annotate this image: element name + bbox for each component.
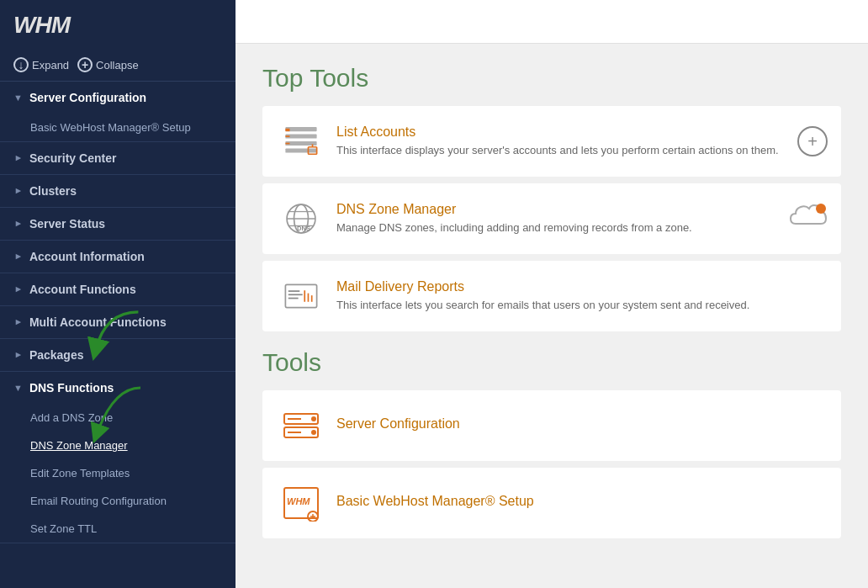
svg-rect-23: [311, 295, 313, 302]
sidebar-item-label: Multi Account Functions: [29, 315, 167, 329]
sidebar-item-label: Server Status: [29, 217, 105, 230]
subitem-label: Basic WebHost Manager® Setup: [30, 121, 191, 134]
collapse-icon: +: [77, 57, 93, 72]
arrow-icon: ▼: [13, 220, 23, 229]
list-accounts-icon: [283, 123, 320, 160]
content-area: Top Tools List Accounts This interf: [236, 44, 868, 565]
nav-section-server-status: ▼ Server Status: [0, 208, 236, 241]
plus-circle-icon[interactable]: +: [797, 126, 828, 156]
nav-section-account-functions: ▼ Account Functions: [0, 273, 236, 306]
subitem-label: Email Routing Configuration: [30, 495, 167, 507]
sidebar-subitem-email-routing-config[interactable]: Email Routing Configuration: [0, 487, 236, 515]
subitem-label: Edit Zone Templates: [30, 467, 130, 479]
expand-button[interactable]: ↓ Expand: [13, 57, 69, 72]
arrow-icon: ▼: [13, 351, 23, 360]
nav-section-server-configuration: ▼ Server Configuration Basic WebHost Man…: [0, 82, 236, 142]
svg-rect-17: [288, 290, 300, 292]
server-config-icon: [283, 407, 320, 444]
sidebar-item-label: Packages: [29, 348, 84, 362]
sidebar-item-packages[interactable]: ▼ Packages: [0, 339, 236, 371]
nav-section-account-information: ▼ Account Information: [0, 241, 236, 273]
svg-text:WHM: WHM: [287, 496, 310, 506]
tool-desc-dns-zone-manager: Manage DNS zones, including adding and r…: [336, 220, 824, 236]
sidebar-item-server-configuration[interactable]: ▼ Server Configuration: [0, 82, 236, 114]
sidebar-item-label: Clusters: [29, 184, 77, 198]
tool-card-list-accounts: List Accounts This interface displays yo…: [262, 106, 841, 177]
sidebar-item-account-functions[interactable]: ▼ Account Functions: [0, 273, 236, 305]
sidebar-item-dns-functions[interactable]: ▼ DNS Functions: [0, 372, 236, 404]
whm-setup-icon-box: WHM: [279, 481, 323, 525]
sidebar-item-multi-account-functions[interactable]: ▼ Multi Account Functions: [0, 306, 236, 338]
sidebar-item-label: Server Configuration: [29, 91, 146, 104]
tool-name-list-accounts[interactable]: List Accounts: [336, 124, 824, 140]
tool-name-mail-delivery-reports[interactable]: Mail Delivery Reports: [336, 279, 824, 294]
dns-zone-manager-action: [789, 200, 828, 237]
logo-text: WHM: [13, 12, 70, 38]
top-tools-title: Top Tools: [262, 64, 841, 93]
sidebar-item-server-status[interactable]: ▼ Server Status: [0, 208, 236, 240]
collapse-label: Collapse: [96, 59, 139, 72]
sidebar-subitem-add-dns-zone[interactable]: Add a DNS Zone: [0, 404, 236, 432]
tool-info-list-accounts: List Accounts This interface displays yo…: [336, 124, 824, 158]
svg-rect-18: [288, 294, 303, 295]
sidebar-item-label: Security Center: [29, 151, 116, 165]
arrow-icon: ▼: [13, 93, 23, 103]
dns-icon: DNS: [283, 200, 320, 237]
tool-info-server-configuration: Server Configuration: [336, 416, 824, 435]
tool-card-basic-webhost-setup: WHM Basic WebHost Manager® Setup: [262, 468, 841, 538]
dns-zone-manager-icon-box: DNS: [279, 197, 323, 241]
svg-rect-0: [285, 127, 316, 131]
subitem-label: Add a DNS Zone: [30, 411, 113, 424]
svg-point-15: [816, 204, 826, 214]
mail-delivery-icon: [283, 278, 320, 315]
tool-info-mail-delivery-reports: Mail Delivery Reports This interface let…: [336, 279, 824, 313]
arrow-icon: ▼: [13, 154, 23, 163]
svg-point-26: [311, 416, 316, 421]
sidebar-subitem-edit-zone-templates[interactable]: Edit Zone Templates: [0, 459, 236, 487]
sidebar-subitem-basic-webhost[interactable]: Basic WebHost Manager® Setup: [0, 114, 236, 141]
nav-section-dns-functions: ▼ DNS Functions Add a DNS Zone DNS Zone …: [0, 372, 236, 543]
nav-section-multi-account-functions: ▼ Multi Account Functions: [0, 306, 236, 339]
cloud-notification-icon: [789, 200, 828, 234]
sidebar-item-label: Account Information: [29, 250, 145, 263]
arrow-icon: ▼: [13, 252, 23, 262]
expand-icon: ↓: [13, 57, 29, 72]
nav-section-security-center: ▼ Security Center: [0, 142, 236, 175]
tools-title: Tools: [262, 348, 841, 377]
tool-name-dns-zone-manager[interactable]: DNS Zone Manager: [336, 202, 824, 217]
arrow-icon: ▼: [13, 318, 23, 327]
sidebar-item-security-center[interactable]: ▼ Security Center: [0, 142, 236, 174]
expand-label: Expand: [32, 59, 69, 72]
sidebar-subitem-set-zone-ttl[interactable]: Set Zone TTL: [0, 515, 236, 543]
nav-section-packages: ▼ Packages: [0, 339, 236, 372]
svg-text:DNS: DNS: [297, 225, 310, 232]
svg-rect-3: [285, 135, 289, 137]
tool-info-dns-zone-manager: DNS Zone Manager Manage DNS zones, inclu…: [336, 202, 824, 236]
sidebar-item-account-information[interactable]: ▼ Account Information: [0, 241, 236, 273]
tool-name-server-configuration[interactable]: Server Configuration: [336, 416, 824, 432]
list-accounts-icon-box: [279, 119, 323, 163]
nav-section-clusters: ▼ Clusters: [0, 175, 236, 208]
sidebar-subitem-dns-zone-manager[interactable]: DNS Zone Manager: [0, 432, 236, 459]
subitem-label: Set Zone TTL: [30, 522, 97, 535]
svg-rect-5: [285, 143, 289, 145]
logo: WHM: [13, 12, 222, 39]
sidebar-item-clusters[interactable]: ▼ Clusters: [0, 175, 236, 207]
svg-rect-1: [285, 129, 289, 131]
main-content: Top Tools List Accounts This interf: [236, 0, 868, 588]
server-config-icon-box: [279, 404, 323, 448]
svg-rect-2: [285, 135, 316, 139]
svg-rect-6: [285, 148, 316, 152]
tool-desc-mail-delivery-reports: This interface lets you search for email…: [336, 298, 824, 313]
whm-setup-icon: WHM: [283, 485, 320, 522]
tool-card-mail-delivery-reports: Mail Delivery Reports This interface let…: [262, 261, 841, 331]
tool-info-basic-webhost-setup: Basic WebHost Manager® Setup: [336, 494, 824, 512]
arrow-icon: ▼: [13, 383, 23, 393]
svg-point-27: [311, 430, 316, 435]
collapse-button[interactable]: + Collapse: [77, 57, 139, 72]
tool-name-basic-webhost-setup[interactable]: Basic WebHost Manager® Setup: [336, 494, 824, 509]
tool-card-dns-zone-manager: DNS DNS Zone Manager Manage DNS zones, i…: [262, 183, 841, 254]
sidebar-item-label: Account Functions: [29, 283, 136, 296]
arrow-icon: ▼: [13, 285, 23, 294]
sidebar: WHM ↓ Expand + Collapse ▼ Server Configu…: [0, 0, 236, 588]
